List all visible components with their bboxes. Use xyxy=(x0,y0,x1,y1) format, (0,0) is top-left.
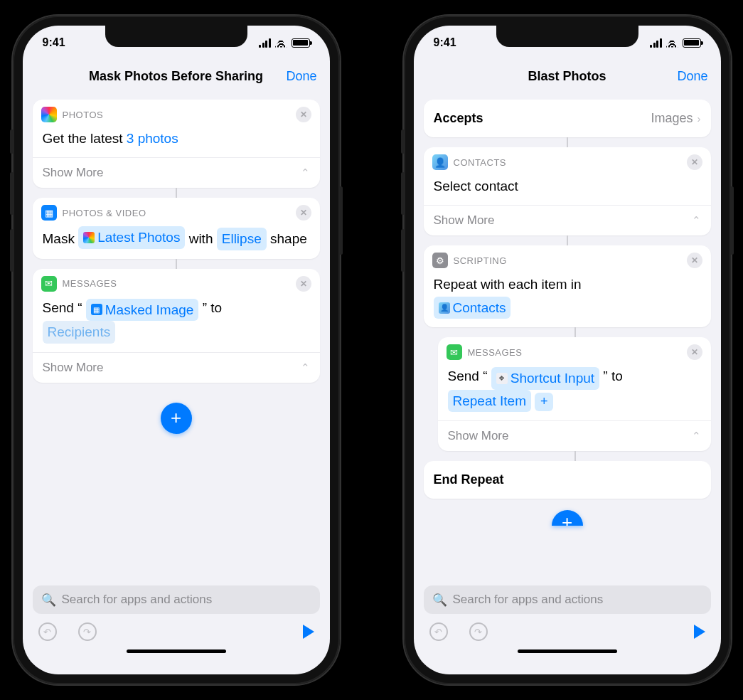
chevron-up-icon: ⌃ xyxy=(692,430,701,442)
remove-action-button[interactable]: ✕ xyxy=(296,107,311,122)
action-repeat-each[interactable]: ⚙︎ SCRIPTING ✕ Repeat with each item in … xyxy=(424,245,711,327)
shortcut-title: Blast Photos xyxy=(528,69,606,84)
done-button[interactable]: Done xyxy=(677,69,707,84)
search-icon: 🔍 xyxy=(432,593,447,608)
status-time: 9:41 xyxy=(43,36,65,49)
action-get-latest-photos[interactable]: PHOTOS ✕ Get the latest 3 photos Show Mo… xyxy=(33,100,320,188)
variable-contacts[interactable]: 👤Contacts xyxy=(434,297,511,319)
show-more-button[interactable]: Show More ⌃ xyxy=(438,420,711,451)
phone-right: 9:41 Blast Photos Done Accepts Images› 👤… xyxy=(404,16,731,684)
nav-bar: Blast Photos Done xyxy=(414,60,721,92)
scripting-icon: ⚙︎ xyxy=(432,253,448,268)
action-send-message[interactable]: ✉︎ MESSAGES ✕ Send “ ▦Masked Image ” to … xyxy=(33,269,320,383)
messages-app-icon: ✉︎ xyxy=(447,344,462,360)
variable-repeat-item[interactable]: Repeat Item xyxy=(448,390,532,412)
show-more-button[interactable]: Show More ⌃ xyxy=(424,205,711,235)
remove-action-button[interactable]: ✕ xyxy=(687,154,702,170)
battery-icon xyxy=(292,38,310,48)
action-category: CONTACTS xyxy=(454,157,507,168)
redo-button[interactable]: ↷ xyxy=(78,622,97,641)
remove-action-button[interactable]: ✕ xyxy=(687,344,702,360)
contacts-app-icon: 👤 xyxy=(432,154,448,170)
chevron-up-icon: ⌃ xyxy=(692,214,701,227)
accepts-input-row[interactable]: Accepts Images› xyxy=(424,100,711,137)
show-more-button[interactable]: Show More ⌃ xyxy=(33,157,320,188)
action-category: SCRIPTING xyxy=(454,255,507,266)
action-end-repeat[interactable]: End Repeat xyxy=(424,461,711,499)
accepts-value: Images xyxy=(651,111,693,126)
variable-masked-image[interactable]: ▦Masked Image xyxy=(86,299,199,321)
shortcut-title: Mask Photos Before Sharing xyxy=(89,69,263,84)
search-icon: 🔍 xyxy=(41,593,56,608)
text-get-latest: Get the latest xyxy=(43,131,123,146)
battery-icon xyxy=(683,38,701,48)
photo-count-param[interactable]: 3 photos xyxy=(127,131,178,146)
action-category: PHOTOS xyxy=(63,110,104,120)
add-recipient-button[interactable]: + xyxy=(535,393,553,411)
status-time: 9:41 xyxy=(434,36,456,49)
undo-button[interactable]: ↶ xyxy=(38,622,57,641)
remove-action-button[interactable]: ✕ xyxy=(687,253,702,268)
wifi-icon xyxy=(275,38,287,48)
action-category: MESSAGES xyxy=(63,278,117,289)
notch xyxy=(496,26,638,47)
chevron-up-icon: ⌃ xyxy=(301,361,310,374)
add-action-button[interactable]: + xyxy=(552,510,583,526)
param-recipients[interactable]: Recipients xyxy=(43,321,116,343)
cellular-icon xyxy=(259,38,271,48)
action-select-contact[interactable]: 👤 CONTACTS ✕ Select contact Show More ⌃ xyxy=(424,147,711,235)
search-placeholder: Search for apps and actions xyxy=(62,593,213,607)
wifi-icon xyxy=(666,38,678,48)
home-indicator[interactable] xyxy=(127,649,226,653)
search-input[interactable]: 🔍 Search for apps and actions xyxy=(424,585,711,614)
action-category: PHOTOS & VIDEO xyxy=(63,208,146,218)
search-placeholder: Search for apps and actions xyxy=(453,593,604,607)
chevron-right-icon: › xyxy=(697,112,701,124)
variable-latest-photos[interactable]: Latest Photos xyxy=(78,226,185,248)
home-indicator[interactable] xyxy=(518,649,617,653)
actions-list: PHOTOS ✕ Get the latest 3 photos Show Mo… xyxy=(23,92,330,580)
action-send-message-nested[interactable]: ✉︎ MESSAGES ✕ Send “ ❖Shortcut Input ” t… xyxy=(438,337,711,451)
run-shortcut-button[interactable] xyxy=(303,625,314,639)
action-mask-image[interactable]: ▦ PHOTOS & VIDEO ✕ Mask Latest Photos wi… xyxy=(33,198,320,258)
photos-app-icon xyxy=(41,107,57,122)
show-more-button[interactable]: Show More ⌃ xyxy=(33,352,320,383)
accepts-label: Accepts xyxy=(434,111,483,126)
messages-app-icon: ✉︎ xyxy=(41,276,57,292)
param-ellipse[interactable]: Ellipse xyxy=(217,228,267,250)
chevron-up-icon: ⌃ xyxy=(301,166,310,179)
redo-button[interactable]: ↷ xyxy=(469,622,488,641)
phone-left: 9:41 Mask Photos Before Sharing Done PHO… xyxy=(13,16,340,684)
notch xyxy=(105,26,247,47)
actions-list: Accepts Images› 👤 CONTACTS ✕ Select cont… xyxy=(414,92,721,580)
action-category: MESSAGES xyxy=(468,347,523,358)
text-select-contact: Select contact xyxy=(434,179,518,193)
add-action-button[interactable]: + xyxy=(161,403,192,434)
search-input[interactable]: 🔍 Search for apps and actions xyxy=(33,585,320,614)
variable-shortcut-input[interactable]: ❖Shortcut Input xyxy=(491,367,599,389)
done-button[interactable]: Done xyxy=(286,69,316,84)
remove-action-button[interactable]: ✕ xyxy=(296,276,311,292)
remove-action-button[interactable]: ✕ xyxy=(296,205,311,221)
run-shortcut-button[interactable] xyxy=(694,625,705,639)
nav-bar: Mask Photos Before Sharing Done xyxy=(23,60,330,92)
undo-button[interactable]: ↶ xyxy=(429,622,448,641)
cellular-icon xyxy=(650,38,662,48)
photos-video-icon: ▦ xyxy=(41,205,57,221)
